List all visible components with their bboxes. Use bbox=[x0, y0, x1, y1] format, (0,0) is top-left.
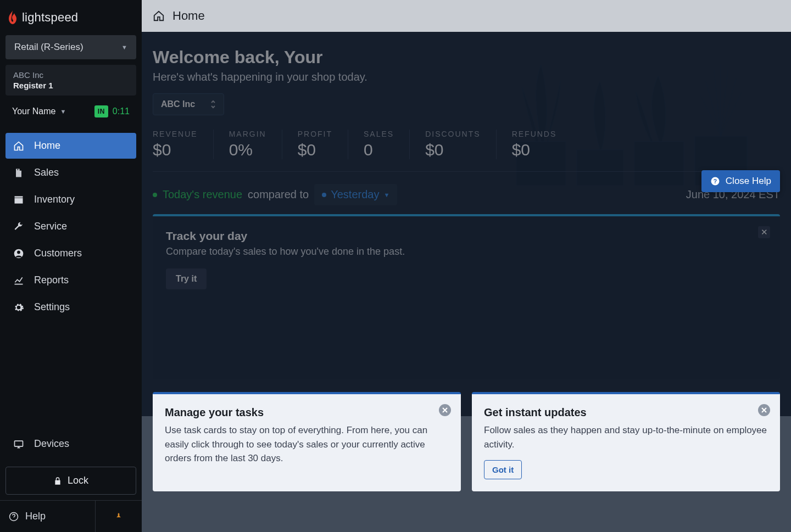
nav-service[interactable]: Service bbox=[5, 214, 136, 239]
kpi-row: REVENUE $0 MARGIN 0% PROFIT $0 SALES 0 D… bbox=[153, 130, 780, 172]
close-icon: ✕ bbox=[761, 227, 768, 237]
content: Welcome back, Your Here's what's happeni… bbox=[142, 32, 791, 532]
clock-in-badge[interactable]: IN bbox=[94, 105, 108, 117]
kpi-value: $0 bbox=[425, 141, 480, 159]
kpi-value: 0 bbox=[364, 141, 394, 159]
close-help-button[interactable]: ? Close Help bbox=[701, 170, 780, 192]
nav-label: Inventory bbox=[34, 194, 75, 205]
kpi-margin: MARGIN 0% bbox=[229, 130, 282, 159]
chevron-updown-icon bbox=[210, 100, 216, 109]
updates-title: Get instant updates bbox=[484, 406, 768, 419]
nav-label: Service bbox=[34, 221, 67, 232]
user-icon bbox=[13, 248, 24, 259]
box-icon bbox=[13, 194, 24, 205]
close-card-button[interactable]: ✕ bbox=[758, 226, 770, 238]
lock-icon bbox=[53, 477, 62, 485]
welcome-subtitle: Here's what's happening in your shop tod… bbox=[153, 71, 780, 83]
topbar: Home bbox=[142, 0, 791, 32]
close-icon bbox=[761, 407, 767, 413]
welcome-title: Welcome back, Your bbox=[153, 47, 780, 68]
lock-button[interactable]: Lock bbox=[5, 467, 136, 495]
nav-customers[interactable]: Customers bbox=[5, 240, 136, 266]
kpi-value: 0% bbox=[229, 141, 266, 159]
tasks-body: Use task cards to stay on top of everyth… bbox=[165, 423, 449, 466]
flame-icon bbox=[7, 10, 19, 25]
user-menu[interactable]: Your Name ▼ bbox=[12, 107, 66, 116]
nav-devices[interactable]: Devices bbox=[5, 431, 136, 457]
svg-text:?: ? bbox=[714, 178, 717, 184]
close-card-button[interactable] bbox=[439, 404, 451, 416]
product-selector-label: Retail (R-Series) bbox=[14, 42, 83, 53]
main: Home bbox=[142, 0, 791, 532]
comparison-selector[interactable]: Yesterday ▼ bbox=[314, 184, 397, 205]
svg-rect-4 bbox=[15, 441, 23, 446]
brand-logo[interactable]: lightspeed bbox=[0, 0, 142, 35]
kpi-label: REVENUE bbox=[153, 130, 198, 138]
product-selector[interactable]: Retail (R-Series) ▼ bbox=[5, 35, 136, 59]
got-it-button[interactable]: Got it bbox=[484, 460, 522, 479]
close-icon bbox=[442, 407, 448, 413]
caret-down-icon: ▼ bbox=[121, 44, 127, 51]
dot-icon bbox=[153, 193, 157, 197]
kpi-label: MARGIN bbox=[229, 130, 266, 138]
try-it-button[interactable]: Try it bbox=[166, 268, 207, 289]
updates-card: Get instant updates Follow sales as they… bbox=[472, 392, 780, 491]
tag-icon bbox=[13, 167, 24, 178]
shop-selector-label: ABC Inc bbox=[161, 99, 195, 109]
track-title: Track your day bbox=[166, 229, 767, 243]
nav: Home Sales Inventory Service Customers R… bbox=[0, 133, 142, 321]
compare-row: Today's revenue compared to Yesterday ▼ … bbox=[153, 184, 780, 205]
register-name: Register 1 bbox=[13, 81, 129, 90]
user-name: Your Name bbox=[12, 107, 55, 116]
home-icon bbox=[153, 10, 165, 22]
kpi-sales: SALES 0 bbox=[364, 130, 410, 159]
nav-settings[interactable]: Settings bbox=[5, 294, 136, 320]
nav-inventory[interactable]: Inventory bbox=[5, 187, 136, 212]
kpi-value: $0 bbox=[298, 141, 332, 159]
comparison-label: Yesterday bbox=[331, 188, 379, 201]
home-icon bbox=[13, 141, 24, 152]
kpi-value: $0 bbox=[153, 141, 198, 159]
kpi-label: DISCOUNTS bbox=[425, 130, 480, 138]
clock-timer: 0:11 bbox=[113, 107, 130, 116]
updates-body: Follow sales as they happen and stay up-… bbox=[484, 423, 768, 451]
svg-point-3 bbox=[17, 250, 20, 254]
pin-button[interactable] bbox=[96, 501, 142, 532]
help-button[interactable]: Help bbox=[0, 501, 96, 532]
caret-down-icon: ▼ bbox=[60, 108, 66, 115]
nav-label: Devices bbox=[34, 438, 69, 450]
register-info: ABC Inc Register 1 bbox=[5, 65, 136, 96]
nav-label: Home bbox=[34, 140, 60, 152]
sidebar: lightspeed Retail (R-Series) ▼ ABC Inc R… bbox=[0, 0, 142, 532]
close-card-button[interactable] bbox=[758, 404, 770, 416]
nav-reports[interactable]: Reports bbox=[5, 267, 136, 293]
help-footer: Help bbox=[0, 500, 142, 532]
try-it-label: Try it bbox=[176, 274, 197, 283]
nav-label: Sales bbox=[34, 167, 59, 178]
today-revenue-label: Today's revenue bbox=[163, 188, 242, 201]
help-label: Help bbox=[25, 511, 46, 522]
nav-sales[interactable]: Sales bbox=[5, 160, 136, 186]
got-it-label: Got it bbox=[492, 465, 514, 474]
kpi-value: $0 bbox=[512, 141, 557, 159]
help-icon bbox=[9, 512, 19, 522]
help-icon: ? bbox=[710, 176, 720, 186]
kpi-label: REFUNDS bbox=[512, 130, 557, 138]
kpi-label: PROFIT bbox=[298, 130, 332, 138]
nav-label: Reports bbox=[34, 275, 69, 286]
devices-icon bbox=[13, 439, 24, 450]
close-help-label: Close Help bbox=[726, 176, 771, 187]
chart-icon bbox=[13, 275, 24, 286]
nav-home[interactable]: Home bbox=[5, 133, 136, 159]
kpi-refunds: REFUNDS $0 bbox=[512, 130, 572, 159]
svg-rect-0 bbox=[15, 198, 23, 203]
compared-to-text: compared to bbox=[248, 188, 309, 201]
shop-selector[interactable]: ABC Inc bbox=[153, 93, 224, 115]
kpi-discounts: DISCOUNTS $0 bbox=[425, 130, 496, 159]
track-day-card: ✕ Track your day Compare today's sales t… bbox=[153, 214, 780, 379]
user-row: Your Name ▼ IN 0:11 bbox=[5, 98, 136, 125]
hero: Welcome back, Your Here's what's happeni… bbox=[142, 32, 791, 115]
lock-label: Lock bbox=[68, 475, 88, 486]
bottom-cards: Manage your tasks Use task cards to stay… bbox=[153, 392, 780, 491]
tasks-title: Manage your tasks bbox=[165, 406, 449, 419]
